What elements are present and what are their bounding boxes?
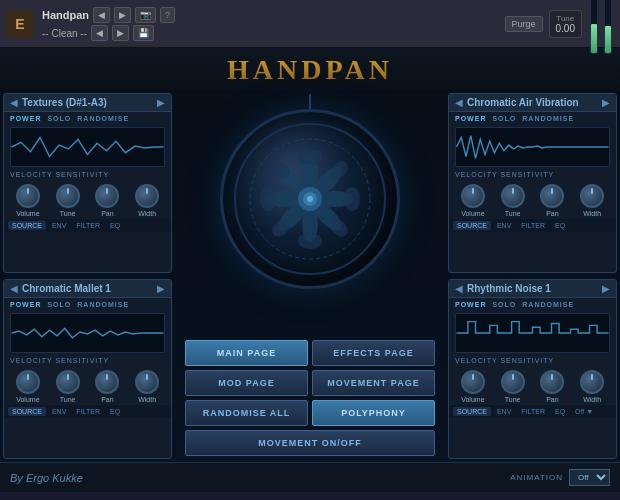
- prev-instrument-btn[interactable]: ◀: [93, 7, 110, 23]
- bottom-bar: By Ergo Kukke ANIMATION Off On: [0, 462, 620, 492]
- textures-tab-eq[interactable]: EQ: [106, 221, 124, 230]
- air-vibration-knob-row: Volume Tune Pan Width: [449, 180, 616, 219]
- camera-btn[interactable]: 📷: [135, 7, 156, 23]
- textures-width-knob[interactable]: [135, 184, 159, 208]
- next-instrument-btn[interactable]: ▶: [114, 7, 131, 23]
- rhythmic-tune-knob-item: Tune: [501, 370, 525, 403]
- rhythmic-tune-knob[interactable]: [501, 370, 525, 394]
- air-vibration-solo-label[interactable]: SOLO: [492, 115, 516, 122]
- textures-tune-knob[interactable]: [56, 184, 80, 208]
- rhythmic-noise-power-label[interactable]: POWER: [455, 301, 486, 308]
- polyphony-button[interactable]: POLYPHONY: [312, 400, 435, 426]
- preset-name: -- Clean --: [42, 28, 87, 39]
- rhythmic-tab-eq[interactable]: EQ: [551, 407, 569, 416]
- textures-pan-knob[interactable]: [95, 184, 119, 208]
- rhythmic-tab-filter[interactable]: FILTER: [517, 407, 549, 416]
- textures-tune-label: Tune: [60, 210, 76, 217]
- save-btn[interactable]: 💾: [133, 25, 154, 41]
- rhythmic-tab-off[interactable]: Off ▼: [571, 407, 597, 416]
- rhythmic-width-label: Width: [583, 396, 601, 403]
- rhythmic-volume-knob-item: Volume: [461, 370, 485, 403]
- textures-pan-knob-item: Pan: [95, 184, 119, 217]
- air-vibration-panel: ◀ Chromatic Air Vibration ▶ POWER SOLO R…: [448, 93, 617, 273]
- textures-tab-env[interactable]: ENV: [48, 221, 70, 230]
- mallet-pan-label: Pan: [101, 396, 113, 403]
- mod-page-button[interactable]: MOD PAGE: [185, 370, 308, 396]
- mallet-width-knob-item: Width: [135, 370, 159, 403]
- main-page-button[interactable]: MAIN PAGE: [185, 340, 308, 366]
- prev-preset-btn[interactable]: ◀: [91, 25, 108, 41]
- effects-page-button[interactable]: EFFECTS PAGE: [312, 340, 435, 366]
- rhythmic-pan-knob[interactable]: [540, 370, 564, 394]
- rhythmic-volume-knob[interactable]: [461, 370, 485, 394]
- movement-page-button[interactable]: MOVEMENT PAGE: [312, 370, 435, 396]
- rhythmic-tab-source[interactable]: SOURCE: [453, 407, 491, 416]
- textures-tab-source[interactable]: SOURCE: [8, 221, 46, 230]
- rhythmic-noise-solo-label[interactable]: SOLO: [492, 301, 516, 308]
- animation-select[interactable]: Off On: [569, 469, 610, 486]
- mallet-width-knob[interactable]: [135, 370, 159, 394]
- mallet-tune-knob[interactable]: [56, 370, 80, 394]
- rhythmic-noise-randomise-label[interactable]: RANDOMISE: [522, 301, 574, 308]
- mallet-panel: ◀ Chromatic Mallet 1 ▶ POWER SOLO RANDOM…: [3, 279, 172, 459]
- randomise-all-button[interactable]: RANDOMISE ALL: [185, 400, 308, 426]
- movement-on-off-button[interactable]: MOVEMENT ON/OFF: [185, 430, 435, 456]
- air-tab-source[interactable]: SOURCE: [453, 221, 491, 230]
- tune-value: 0.00: [556, 23, 575, 34]
- svg-point-15: [260, 187, 276, 211]
- mallet-tab-env[interactable]: ENV: [48, 407, 70, 416]
- mallet-tab-row: SOURCE ENV FILTER EQ: [4, 405, 171, 418]
- textures-controls-row: POWER SOLO RANDOMISE: [4, 112, 171, 125]
- mallet-arrow-left[interactable]: ◀: [10, 283, 18, 294]
- textures-volume-knob-item: Volume: [16, 184, 40, 217]
- rhythmic-noise-arrow-left[interactable]: ◀: [455, 283, 463, 294]
- instrument-name: Handpan: [42, 9, 89, 21]
- textures-randomise-label[interactable]: RANDOMISE: [77, 115, 129, 122]
- textures-arrow-right[interactable]: ▶: [157, 97, 165, 108]
- main-content: ◀ Textures (D#1-A3) ▶ POWER SOLO RANDOMI…: [0, 90, 620, 462]
- air-pan-knob[interactable]: [540, 184, 564, 208]
- air-tune-knob[interactable]: [501, 184, 525, 208]
- left-panels: ◀ Textures (D#1-A3) ▶ POWER SOLO RANDOMI…: [0, 90, 175, 462]
- mallet-volume-knob[interactable]: [16, 370, 40, 394]
- info-btn[interactable]: ?: [160, 7, 175, 23]
- mallet-arrow-right[interactable]: ▶: [157, 283, 165, 294]
- mallet-volume-label: Volume: [16, 396, 39, 403]
- air-tab-eq[interactable]: EQ: [551, 221, 569, 230]
- top-bar-right: Purge Tune 0.00: [505, 0, 615, 54]
- mallet-randomise-label[interactable]: RANDOMISE: [77, 301, 129, 308]
- mallet-tab-filter[interactable]: FILTER: [72, 407, 104, 416]
- air-width-label: Width: [583, 210, 601, 217]
- animation-control: ANIMATION Off On: [510, 469, 610, 486]
- next-preset-btn[interactable]: ▶: [112, 25, 129, 41]
- rhythmic-tab-env[interactable]: ENV: [493, 407, 515, 416]
- mallet-power-label[interactable]: POWER: [10, 301, 41, 308]
- textures-width-knob-item: Width: [135, 184, 159, 217]
- rhythmic-width-knob-item: Width: [580, 370, 604, 403]
- rhythmic-width-knob[interactable]: [580, 370, 604, 394]
- mallet-tab-eq[interactable]: EQ: [106, 407, 124, 416]
- mallet-solo-label[interactable]: SOLO: [47, 301, 71, 308]
- textures-power-label[interactable]: POWER: [10, 115, 41, 122]
- air-vibration-power-label[interactable]: POWER: [455, 115, 486, 122]
- air-tab-filter[interactable]: FILTER: [517, 221, 549, 230]
- textures-tab-filter[interactable]: FILTER: [72, 221, 104, 230]
- textures-volume-knob[interactable]: [16, 184, 40, 208]
- air-width-knob[interactable]: [580, 184, 604, 208]
- rhythmic-noise-arrow-right[interactable]: ▶: [602, 283, 610, 294]
- rhythmic-noise-header: ◀ Rhythmic Noise 1 ▶: [449, 280, 616, 298]
- mallet-pan-knob[interactable]: [95, 370, 119, 394]
- level-bar-r: [604, 0, 612, 54]
- air-volume-label: Volume: [461, 210, 484, 217]
- air-vibration-randomise-label[interactable]: RANDOMISE: [522, 115, 574, 122]
- air-tab-env[interactable]: ENV: [493, 221, 515, 230]
- textures-arrow-left[interactable]: ◀: [10, 97, 18, 108]
- mallet-tab-source[interactable]: SOURCE: [8, 407, 46, 416]
- purge-button[interactable]: Purge: [505, 16, 543, 32]
- textures-solo-label[interactable]: SOLO: [47, 115, 71, 122]
- air-volume-knob[interactable]: [461, 184, 485, 208]
- air-vibration-header: ◀ Chromatic Air Vibration ▶: [449, 94, 616, 112]
- mallet-tune-label: Tune: [60, 396, 76, 403]
- air-vibration-arrow-left[interactable]: ◀: [455, 97, 463, 108]
- air-vibration-arrow-right[interactable]: ▶: [602, 97, 610, 108]
